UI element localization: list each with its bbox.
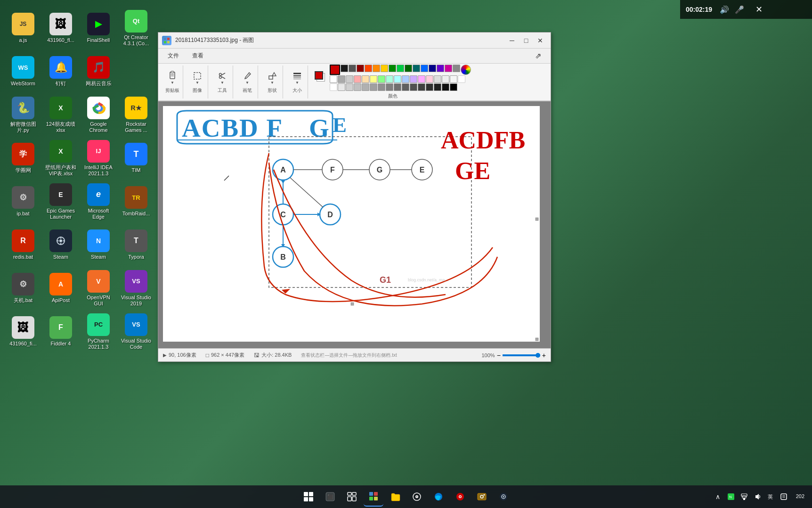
color-row3-8[interactable]	[386, 83, 393, 91]
maximize-button[interactable]: □	[520, 35, 533, 46]
color-whitesmoke[interactable]	[442, 75, 449, 83]
taskbar-browser[interactable]	[429, 487, 448, 507]
taskbar-paint[interactable]	[364, 487, 383, 507]
color-lightpink[interactable]	[354, 75, 361, 83]
tray-kb-icon[interactable]: 英	[765, 491, 776, 502]
color-row3-3[interactable]	[346, 83, 353, 91]
color-row3-13[interactable]	[426, 83, 433, 91]
color-row3-9[interactable]	[394, 83, 401, 91]
taskbar-photo[interactable]	[472, 487, 492, 507]
desktop-icon-intellij[interactable]: IJ IntelliJ IDEA 2021.1.3	[80, 137, 117, 180]
color-blush[interactable]	[426, 75, 433, 83]
volume-icon[interactable]: 🔊	[720, 5, 729, 14]
color-lime[interactable]	[397, 65, 404, 72]
desktop-icon-steam[interactable]: Steam	[42, 224, 79, 266]
color-row3-2[interactable]	[338, 83, 345, 91]
desktop-icon-124pengyou[interactable]: X 124朋友成绩xlsx	[42, 94, 79, 136]
desktop-icon-qtcreator[interactable]: Qt Qt Creator 4.3.1 (Co...	[118, 7, 154, 49]
color-pink[interactable]	[418, 75, 425, 83]
desktop-icon-fiddler4[interactable]: F Fiddler 4	[42, 311, 79, 353]
color-row3-14[interactable]	[434, 83, 441, 91]
select-rect-icon[interactable]: ▼	[190, 70, 205, 85]
color-lightgreen[interactable]	[378, 75, 385, 83]
tray-arrow-icon[interactable]: ∧	[712, 491, 723, 502]
color-lightblue[interactable]	[402, 75, 409, 83]
color-lightyellow[interactable]	[370, 75, 377, 83]
zoom-slider[interactable]	[503, 354, 540, 356]
color-picker-icon[interactable]	[461, 65, 471, 75]
desktop-icon-rockstar[interactable]: R★ Rockstar Games ...	[118, 94, 154, 136]
color-teal[interactable]	[413, 65, 420, 72]
color-darkred[interactable]	[357, 65, 364, 72]
color-white[interactable]	[330, 75, 337, 83]
desktop-icon-xuequan[interactable]: 学 学圈网	[5, 137, 41, 180]
desktop-icon-googlechrome[interactable]: Google Chrome	[80, 94, 117, 136]
clipboard-icon[interactable]: ▼	[165, 70, 180, 85]
paint-canvas-area[interactable]: ACBD F G E A F G	[158, 101, 551, 348]
tray-network-icon[interactable]	[739, 491, 750, 502]
desktop-icon-ajs[interactable]: JS a.js	[5, 7, 41, 49]
menu-view[interactable]: 查看	[187, 50, 209, 62]
color-cyan[interactable]	[394, 75, 401, 83]
desktop-icon-redisbat[interactable]: R redis.bat	[5, 224, 41, 266]
desktop-icon-163music[interactable]: 🎵 网易云音乐	[80, 50, 117, 93]
zoom-in-button[interactable]: +	[542, 352, 546, 359]
desktop-icon-vstudiocode[interactable]: VS Visual Studio Code	[118, 311, 154, 353]
desktop-icon-apipost[interactable]: A ApiPost	[42, 267, 79, 310]
color-darkgreen[interactable]	[405, 65, 412, 72]
color-darkblue[interactable]	[429, 65, 436, 72]
desktop-icon-typora[interactable]: T Typora	[118, 224, 154, 266]
color-row3-10[interactable]	[402, 83, 409, 91]
zoom-out-button[interactable]: −	[497, 352, 501, 359]
color-orange[interactable]	[373, 65, 380, 72]
desktop-icon-openvpn[interactable]: V OpenVPN GUI	[80, 267, 117, 310]
shapes-icon[interactable]: ▼	[265, 70, 280, 85]
color-lightgray[interactable]	[338, 75, 345, 83]
color-silver[interactable]	[346, 75, 353, 83]
color-row3-12[interactable]	[418, 83, 425, 91]
color-red[interactable]	[330, 65, 340, 75]
color-row3-16[interactable]	[450, 83, 457, 91]
close-button[interactable]: ✕	[534, 35, 547, 46]
taskbar-search[interactable]: ⬛	[320, 487, 340, 507]
color-darkgray[interactable]	[349, 65, 356, 72]
color-magenta[interactable]	[445, 65, 452, 72]
color-purple[interactable]	[437, 65, 444, 72]
color-yellow[interactable]	[381, 65, 388, 72]
desktop-icon-guanji[interactable]: ⚙ 关机.bat	[5, 267, 41, 310]
color-row3-7[interactable]	[378, 83, 385, 91]
pencil-icon[interactable]: ▼	[240, 70, 255, 85]
desktop-icon-msedge[interactable]: e Microsoft Edge	[80, 180, 117, 223]
color-mint[interactable]	[386, 75, 393, 83]
color-green[interactable]	[389, 65, 396, 72]
color-black[interactable]	[341, 65, 348, 72]
desktop-icon-tim[interactable]: T TIM	[118, 137, 154, 180]
taskbar-file-explorer[interactable]	[385, 487, 405, 507]
desktop-icon-ipbat[interactable]: ⚙ ip.bat	[5, 180, 41, 223]
tray-notification-icon[interactable]	[778, 491, 789, 502]
desktop-icon-epicgames[interactable]: E Epic Games Launcher	[42, 180, 79, 223]
tray-volume-icon[interactable]	[752, 491, 763, 502]
start-button[interactable]	[299, 487, 318, 507]
color-row3-15[interactable]	[442, 83, 449, 91]
minimize-button[interactable]: ─	[505, 35, 519, 46]
color-nearwhite[interactable]	[450, 75, 457, 83]
color-row3-6[interactable]	[370, 83, 377, 91]
desktop-icon-tombraider[interactable]: TR TombRaid...	[118, 180, 154, 223]
color-row3-1[interactable]	[330, 83, 337, 91]
color-lavender[interactable]	[410, 75, 417, 83]
color-blue[interactable]	[421, 65, 428, 72]
desktop-icon-navicat[interactable]: N Steam	[80, 224, 117, 266]
menu-file[interactable]: 文件	[162, 50, 185, 62]
size-icon[interactable]: ▼	[290, 70, 305, 85]
desktop-icon-biye[interactable]: X 壁纸用户表和VIP表.xlsx	[42, 137, 79, 180]
color-white2[interactable]	[458, 75, 465, 83]
menu-share[interactable]: ⇗	[529, 49, 547, 62]
desktop-icon-dingding[interactable]: 🔔 钉钉	[42, 50, 79, 93]
taskbar-clock[interactable]: 202	[792, 493, 808, 500]
desktop-icon-finalshell[interactable]: ▶ FinalShell	[80, 7, 117, 49]
color-peach[interactable]	[362, 75, 369, 83]
desktop-icon-431960file[interactable]: 🖼 431960_fi...	[5, 311, 41, 353]
taskbar-browser-2[interactable]	[494, 487, 513, 507]
top-bar-close-button[interactable]: ✕	[755, 4, 763, 15]
